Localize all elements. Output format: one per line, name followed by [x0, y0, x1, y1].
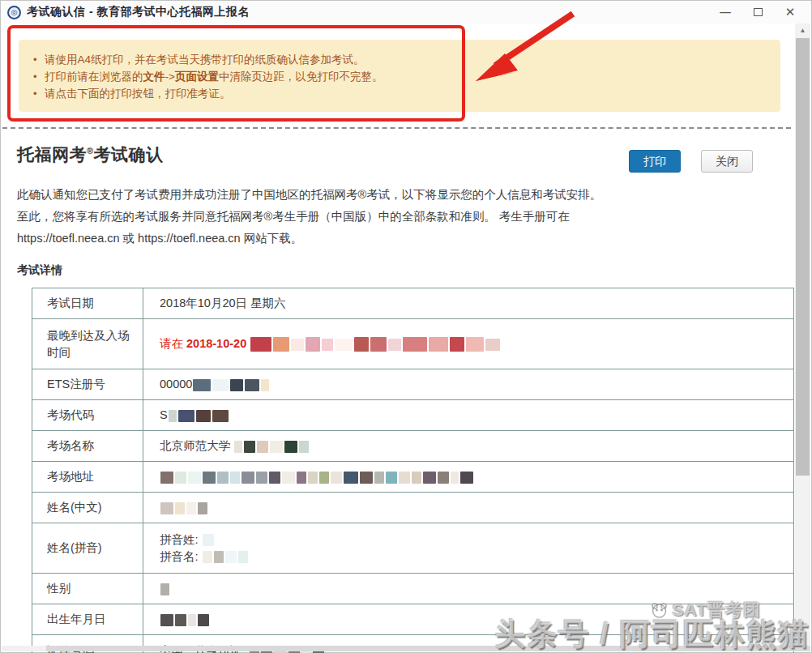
center-code-value: S [160, 408, 168, 421]
redacted-block [273, 337, 289, 352]
titlebar: 考试确认信 - 教育部考试中心托福网上报名 — ✕ [1, 1, 811, 23]
notice-menu-file: 文件 [143, 70, 165, 83]
notice-item-1-text: 请使用A4纸打印，并在考试当天携带打印的纸质确认信参加考试。 [45, 53, 365, 66]
redacted-block [319, 472, 329, 484]
arrival-prefix: 请在 [160, 337, 186, 350]
close-button[interactable]: ✕ [774, 2, 806, 23]
scroll-down-icon[interactable]: ▼ [795, 632, 810, 646]
redacted-block [244, 441, 255, 453]
redacted-block [270, 441, 283, 453]
page-title-brand: 托福网考 [17, 145, 87, 164]
table-row-gender: 性别 [32, 574, 794, 604]
redacted-block [291, 339, 304, 351]
maximize-button[interactable] [741, 2, 774, 23]
page-title-rest: 考试确认 [94, 145, 164, 164]
ets-number-value: 00000 [160, 378, 192, 391]
row-value: 2018年10月20日 星期六 [143, 288, 794, 319]
redacted-block [269, 472, 280, 484]
row-value: 00000 [143, 369, 794, 400]
row-value: 请在 2018-10-20 [143, 319, 794, 369]
redacted-block [438, 472, 449, 484]
print-button[interactable]: 打印 [629, 150, 681, 173]
row-value [143, 462, 794, 493]
table-row-center-address: 考场地址 [32, 462, 794, 493]
redacted-block [306, 337, 320, 352]
redacted-block [234, 441, 242, 453]
window-controls: — ✕ [709, 2, 806, 23]
redacted-block [160, 472, 173, 484]
redacted-block [450, 337, 464, 352]
main-content: 托福网考®考试确认 打印 关闭 此确认通知您已支付了考试费用并成功注册了中国地区… [1, 132, 793, 653]
redacted-block [188, 472, 201, 484]
redacted-block [241, 472, 254, 484]
row-label: 性别 [32, 574, 143, 604]
notice-item-2-pre: 打印前请在浏览器的 [45, 70, 143, 83]
table-row-center-name: 考场名称 北京师范大学 [32, 431, 794, 462]
scroll-up-icon[interactable]: ▲ [795, 23, 810, 37]
print-notice-box: 请使用A4纸打印，并在考试当天携带打印的纸质确认信参加考试。 打印前请在浏览器的… [19, 40, 780, 112]
redacted-block [198, 502, 207, 514]
redacted-block [261, 379, 269, 391]
redacted-block [214, 551, 224, 563]
redacted-block [335, 339, 353, 351]
table-row-arrival-time: 最晚到达及入场时间 请在 2018-10-20 [32, 319, 794, 369]
redacted-block [374, 472, 384, 484]
redacted-block [423, 472, 436, 484]
table-row-name-pinyin: 姓名(拼音) 拼音姓: 拼音名: [32, 523, 794, 574]
redacted-block [360, 472, 373, 484]
row-label: 考试日期 [32, 288, 143, 319]
notice-item-2: 打印前请在浏览器的文件->页面设置中清除页边距，以免打印不完整。 [32, 68, 764, 85]
redacted-block [250, 337, 271, 352]
intro-line-2: 至此，您将享有所选的考试服务并同意托福网考®考生手册（中国版）中的全部条款和准则… [17, 206, 714, 228]
maximize-icon [754, 8, 763, 16]
redacted-block [175, 614, 186, 626]
intro-line-3: https://toefl.neea.cn 或 https://toefl.ne… [17, 228, 714, 250]
table-row-name-chinese: 姓名(中文) [32, 493, 794, 523]
redacted-block [466, 337, 484, 352]
redacted-block [386, 472, 397, 484]
redacted-block [485, 339, 500, 351]
dashed-divider [2, 127, 791, 129]
notice-item-3-text: 请点击下面的打印按钮，打印准考证。 [45, 87, 231, 100]
scrollbar-thumb[interactable] [796, 38, 810, 476]
redacted-block [225, 551, 237, 563]
minimize-button[interactable]: — [709, 2, 741, 23]
horizontal-scrollbar[interactable] [2, 646, 810, 651]
close-dialog-button[interactable]: 关闭 [701, 150, 753, 173]
redacted-block [188, 614, 196, 626]
notice-menu-pagesetup: 页面设置 [175, 70, 219, 83]
redacted-block [308, 472, 318, 484]
redacted-block [322, 339, 333, 351]
row-value [143, 604, 794, 635]
pinyin-lastname-label: 拼音姓: [160, 533, 199, 546]
redacted-block [160, 583, 169, 595]
redacted-block [230, 472, 240, 484]
row-value: 拼音姓: 拼音名: [143, 523, 794, 574]
notice-list: 请使用A4纸打印，并在考试当天携带打印的纸质确认信参加考试。 打印前请在浏览器的… [32, 51, 764, 102]
redacted-block [203, 551, 212, 563]
notice-arrow-text: -> [165, 70, 175, 83]
vertical-scrollbar[interactable]: ▲ ▼ [795, 23, 810, 646]
redacted-block [429, 337, 448, 352]
window-title: 考试确认信 - 教育部考试中心托福网上报名 [27, 5, 250, 19]
redacted-block [160, 614, 173, 626]
row-label: 考场代码 [32, 400, 143, 431]
table-row-birthdate: 出生年月日 [32, 604, 794, 635]
intro-paragraph: 此确认通知您已支付了考试费用并成功注册了中国地区的托福网考®考试，以下将显示您的… [17, 184, 714, 250]
row-label: 姓名(拼音) [32, 523, 143, 574]
row-value [143, 574, 794, 604]
row-value: 北京师范大学 [143, 431, 794, 462]
redacted-block [284, 441, 297, 453]
row-label: 考场地址 [32, 462, 143, 493]
redacted-block [245, 379, 259, 391]
row-label: ETS注册号 [32, 369, 143, 400]
redacted-block [203, 472, 216, 484]
redacted-block [198, 614, 209, 626]
redacted-block [196, 410, 211, 422]
redacted-block [160, 502, 173, 514]
neea-logo-icon [7, 6, 21, 19]
redacted-block [193, 379, 211, 391]
horizontal-scrollbar-thumb[interactable] [46, 646, 810, 651]
table-row-exam-date: 考试日期 2018年10月20日 星期六 [32, 288, 794, 319]
redacted-block [299, 441, 309, 453]
